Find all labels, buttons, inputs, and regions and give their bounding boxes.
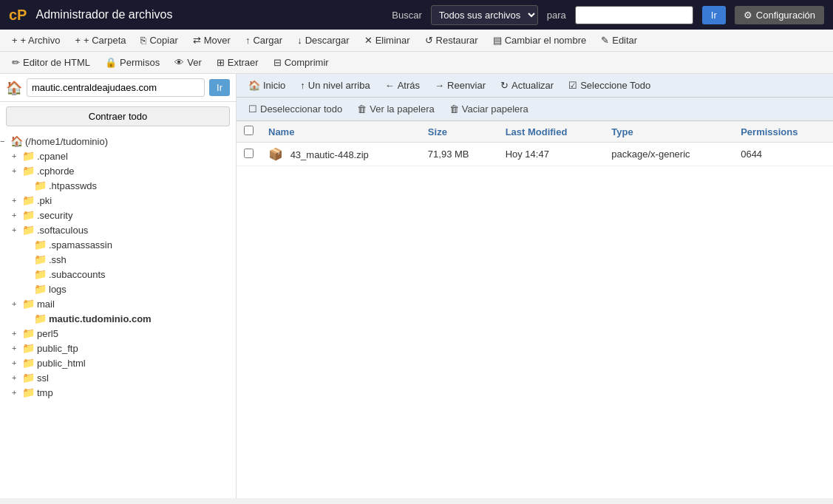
col-type[interactable]: Type [604,121,733,143]
tree-item-softaculous[interactable]: + 📁 .softaculous [0,222,236,237]
folder-icon: 📁 [22,357,35,369]
table-row[interactable]: 📦 43_mautic-448.zip 71,93 MB Hoy 14:47 p… [237,143,833,166]
new-file-button[interactable]: + + Archivo [6,33,66,48]
main-layout: 🏠 Ir Contraer todo − 🏠 (/home1/tudominio… [0,74,833,498]
folder-icon: 📁 [34,180,47,191]
tree-item-logs[interactable]: 📁 logs [0,282,236,296]
delete-button[interactable]: ✕ Eliminar [358,33,416,48]
sidebar-go-button[interactable]: Ir [209,79,230,96]
rename-icon: ▤ [493,35,502,46]
tree-item-root[interactable]: − 🏠 (/home1/tudominio) [0,134,236,149]
permissions-icon: 🔒 [105,57,117,68]
download-button[interactable]: ↓ Descargar [291,33,355,48]
tree-item-security[interactable]: + 📁 .security [0,208,236,222]
upload-button[interactable]: ↑ Cargar [239,33,288,48]
up-icon: ↑ [300,80,305,91]
html-editor-button[interactable]: ✏ Editor de HTML [6,55,96,70]
refresh-button[interactable]: ↻ Actualizar [494,78,560,93]
plus-icon: + [12,35,18,46]
back-icon: ← [385,80,395,91]
gear-icon: ⚙ [744,10,752,21]
tree-item-cphorde[interactable]: + 📁 .cphorde [0,163,236,178]
home-icon[interactable]: 🏠 [6,80,22,96]
refresh-icon: ↻ [500,80,509,91]
download-icon: ↓ [297,35,302,46]
tree-label: .subaccounts [49,269,106,280]
tree-toggle[interactable]: + [12,358,22,367]
config-button[interactable]: ⚙ Configuración [735,6,824,24]
forward-icon: → [435,80,444,91]
permissions-button[interactable]: 🔒 Permisos [99,55,166,70]
col-checkbox[interactable] [237,121,261,143]
new-folder-button[interactable]: + + Carpeta [69,33,132,48]
tree-toggle[interactable]: + [12,151,22,160]
copy-button[interactable]: ⎘ Copiar [135,33,183,48]
cpanel-logo: cP [9,7,27,24]
collapse-all-button[interactable]: Contraer todo [6,106,230,126]
tree-item-mail[interactable]: + 📁 mail [0,296,236,311]
tree-toggle[interactable]: + [12,388,22,397]
tree-toggle[interactable]: + [12,299,22,308]
col-modified[interactable]: Last Modified [498,121,605,143]
row-name-cell: 📦 43_mautic-448.zip [261,143,421,166]
search-go-button[interactable]: Ir [702,6,726,24]
forward-button[interactable]: → Reenviar [429,78,492,93]
tree-item-subaccounts[interactable]: 📁 .subaccounts [0,267,236,282]
empty-trash-button[interactable]: 🗑 Vaciar papelera [443,101,534,117]
compress-button[interactable]: ⊟ Comprimir [268,55,335,70]
row-checkbox-cell[interactable] [237,143,261,166]
tree-label: mail [37,299,55,310]
tree-toggle[interactable]: + [12,344,22,353]
select-all-button[interactable]: ☑ Seleccione Todo [562,78,656,93]
edit-button[interactable]: ✎ Editar [595,33,643,48]
col-size[interactable]: Size [421,121,498,143]
tree-item-mautic[interactable]: 📁 mautic.tudominio.com [0,311,236,326]
tree-toggle[interactable]: + [12,211,22,219]
back-button[interactable]: ← Atrás [379,78,426,93]
rename-button[interactable]: ▤ Cambiar el nombre [487,33,593,48]
extract-button[interactable]: ⊞ Extraer [211,55,265,70]
tree-item-ssl[interactable]: + 📁 ssl [0,370,236,385]
tree-label: .cpanel [37,151,68,162]
tree-item-spamassassin[interactable]: 📁 .spamassassin [0,237,236,252]
tree-toggle[interactable]: + [12,329,22,338]
col-permissions[interactable]: Permissions [733,121,833,143]
file-name[interactable]: 43_mautic-448.zip [290,149,369,160]
tree-item-pki[interactable]: + 📁 .pki [0,193,236,208]
search-input[interactable] [575,6,693,24]
edit-icon: ✎ [601,35,609,46]
tree-toggle[interactable]: + [12,225,22,234]
tree-item-cpanel[interactable]: + 📁 .cpanel [0,149,236,163]
move-button[interactable]: ⇄ Mover [187,33,237,48]
tree-label: .pki [37,195,52,206]
tree-item-htpasswds[interactable]: 📁 .htpasswds [0,178,236,193]
tree-item-public_html[interactable]: + 📁 public_html [0,355,236,370]
view-button[interactable]: 👁 Ver [169,55,208,70]
deselect-all-button[interactable]: ☐ Deseleccionar todo [242,101,348,117]
tree-item-perl5[interactable]: + 📁 perl5 [0,326,236,341]
html-editor-icon: ✏ [12,57,20,68]
tree-item-tmp[interactable]: + 📁 tmp [0,385,236,400]
tree-item-public_ftp[interactable]: + 📁 public_ftp [0,341,236,355]
tree-item-ssh[interactable]: 📁 .ssh [0,252,236,267]
checkbox-empty-icon: ☐ [248,103,257,115]
search-scope-select[interactable]: Todos sus archivos [431,5,538,25]
view-trash-button[interactable]: 🗑 Ver la papelera [351,101,440,117]
tree-toggle[interactable]: − [0,137,10,146]
tree-toggle[interactable]: + [12,373,22,382]
folder-icon: 📁 [34,253,47,265]
tree-toggle[interactable]: + [12,196,22,205]
tree-toggle[interactable]: + [12,166,22,175]
restore-button[interactable]: ↺ Restaurar [419,33,484,48]
folder-icon: 📁 [22,298,35,310]
row-checkbox[interactable] [244,149,254,158]
col-name[interactable]: Name [261,121,421,143]
folder-icon: 📁 [22,165,35,177]
tree-label: public_html [37,358,86,369]
path-input[interactable] [27,78,205,97]
up-level-button[interactable]: ↑ Un nivel arriba [294,78,375,93]
folder-icon: 📁 [22,224,35,236]
move-icon: ⇄ [193,35,201,46]
home-nav-button[interactable]: 🏠 Inicio [242,78,291,93]
select-all-checkbox[interactable] [244,126,254,135]
